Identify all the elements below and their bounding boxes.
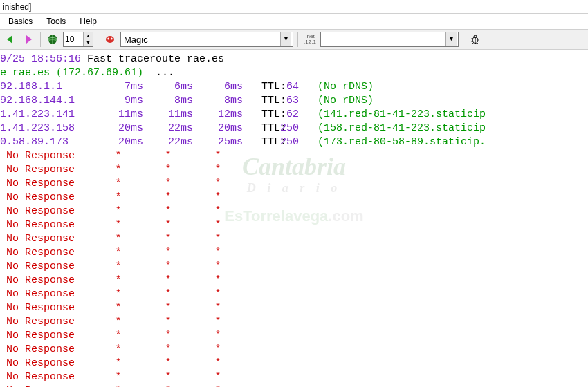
hop-star: * bbox=[193, 246, 243, 260]
hop-time3: 8ms bbox=[193, 94, 243, 108]
hop-time3: 12ms bbox=[193, 108, 243, 122]
arrow-right-icon bbox=[23, 34, 34, 45]
hop-star: * bbox=[143, 205, 193, 218]
hop-time1: 11ms bbox=[93, 108, 143, 122]
hop-star: * bbox=[143, 343, 193, 357]
globe-button[interactable] bbox=[45, 32, 60, 47]
hop-star: * bbox=[93, 274, 143, 287]
menu-help[interactable]: Help bbox=[74, 15, 102, 28]
traceroute-output: 9/25 18:56:16 Fast traceroute rae.ese ra… bbox=[0, 50, 588, 387]
chevron-down-icon[interactable]: ▼ bbox=[445, 32, 457, 46]
hop-time2: 22ms bbox=[143, 122, 193, 135]
hop-ttl-label: TTL: bbox=[243, 108, 280, 122]
hop-star: * bbox=[93, 260, 143, 274]
hop-star: * bbox=[93, 163, 143, 177]
hop-star: * bbox=[143, 301, 193, 315]
toolbar-separator bbox=[463, 32, 463, 47]
hop-host: 1.41.223.141 bbox=[0, 108, 93, 122]
menu-bar: Basics Tools Help bbox=[0, 14, 588, 29]
hop-star: * bbox=[143, 357, 193, 370]
target-combo-input[interactable] bbox=[321, 33, 445, 46]
hop-star: * bbox=[93, 370, 143, 384]
bug-button[interactable] bbox=[468, 32, 483, 47]
hop-count-input[interactable] bbox=[64, 33, 83, 46]
hop-noresponse: No Response bbox=[0, 205, 93, 218]
hop-noresponse: No Response bbox=[0, 232, 93, 246]
hop-noresponse: No Response bbox=[0, 218, 93, 232]
hop-noresponse: No Response bbox=[0, 384, 93, 387]
hop-time3: 20ms bbox=[193, 122, 243, 135]
svg-marker-1 bbox=[26, 35, 32, 44]
hop-star: * bbox=[143, 191, 193, 205]
toolbar: ▲ ▼ ▼ .net.12.1 ▼ bbox=[0, 29, 588, 50]
net-button[interactable]: .net.12.1 bbox=[302, 32, 318, 47]
hop-star: * bbox=[93, 149, 143, 163]
hop-star: * bbox=[93, 205, 143, 218]
hop-noresponse: No Response bbox=[0, 163, 93, 177]
hop-ttl-label: TTL: bbox=[243, 122, 280, 135]
hop-star: * bbox=[143, 232, 193, 246]
back-button[interactable] bbox=[3, 32, 18, 47]
net-icon: .net.12.1 bbox=[304, 34, 316, 45]
hop-star: * bbox=[193, 357, 243, 370]
menu-tools[interactable]: Tools bbox=[41, 15, 71, 28]
hop-star: * bbox=[193, 232, 243, 246]
hop-star: * bbox=[93, 315, 143, 329]
hop-star: * bbox=[143, 370, 193, 384]
mask-button[interactable] bbox=[102, 32, 118, 47]
hop-star: * bbox=[193, 329, 243, 343]
hop-star: * bbox=[193, 260, 243, 274]
hop-star: * bbox=[143, 260, 193, 274]
hop-star: * bbox=[93, 301, 143, 315]
hop-time1: 7ms bbox=[93, 80, 143, 94]
hop-noresponse: No Response bbox=[0, 370, 93, 384]
hop-ttl-value: 250 bbox=[280, 135, 299, 149]
hop-star: * bbox=[143, 149, 193, 163]
hop-count-spinner[interactable]: ▲ ▼ bbox=[63, 32, 93, 47]
mode-combo-input[interactable] bbox=[121, 33, 280, 46]
hop-star: * bbox=[93, 329, 143, 343]
svg-point-5 bbox=[107, 38, 109, 40]
hop-star: * bbox=[93, 218, 143, 232]
mode-combo[interactable]: ▼ bbox=[120, 32, 293, 47]
hop-star: * bbox=[193, 205, 243, 218]
hop-star: * bbox=[193, 370, 243, 384]
hop-noresponse: No Response bbox=[0, 343, 93, 357]
hop-star: * bbox=[143, 329, 193, 343]
globe-icon bbox=[47, 34, 58, 45]
hop-star: * bbox=[143, 274, 193, 287]
hop-star: * bbox=[193, 163, 243, 177]
chevron-down-icon[interactable]: ▼ bbox=[280, 32, 291, 46]
hop-time1: 20ms bbox=[93, 122, 143, 135]
hop-time2: 11ms bbox=[143, 108, 193, 122]
hop-star: * bbox=[193, 218, 243, 232]
spinner-up[interactable]: ▲ bbox=[83, 32, 93, 39]
hop-rdns: (No rDNS) bbox=[299, 80, 374, 94]
output-command: Fast traceroute rae.es bbox=[87, 53, 224, 66]
hop-noresponse: No Response bbox=[0, 260, 93, 274]
hop-star: * bbox=[193, 384, 243, 387]
hop-noresponse: No Response bbox=[0, 287, 93, 301]
hop-noresponse: No Response bbox=[0, 301, 93, 315]
hop-star: * bbox=[143, 315, 193, 329]
hop-time3: 25ms bbox=[193, 135, 243, 149]
hop-noresponse: No Response bbox=[0, 246, 93, 260]
svg-point-4 bbox=[106, 36, 114, 43]
target-combo[interactable]: ▼ bbox=[320, 32, 459, 47]
hop-rdns: (No rDNS) bbox=[299, 94, 374, 108]
hop-star: * bbox=[193, 191, 243, 205]
hop-ttl-value: 63 bbox=[280, 94, 299, 108]
forward-button[interactable] bbox=[21, 32, 36, 47]
menu-basics[interactable]: Basics bbox=[3, 15, 38, 28]
hop-time1: 9ms bbox=[93, 94, 143, 108]
hop-star: * bbox=[193, 287, 243, 301]
hop-star: * bbox=[93, 246, 143, 260]
output-timestamp: 9/25 18:56:16 bbox=[0, 53, 87, 66]
hop-star: * bbox=[143, 177, 193, 191]
hop-star: * bbox=[193, 177, 243, 191]
hop-noresponse: No Response bbox=[0, 315, 93, 329]
spinner-down[interactable]: ▼ bbox=[83, 39, 93, 46]
toolbar-separator bbox=[297, 32, 298, 47]
hop-host: 0.58.89.173 bbox=[0, 135, 93, 149]
hop-noresponse: No Response bbox=[0, 149, 93, 163]
